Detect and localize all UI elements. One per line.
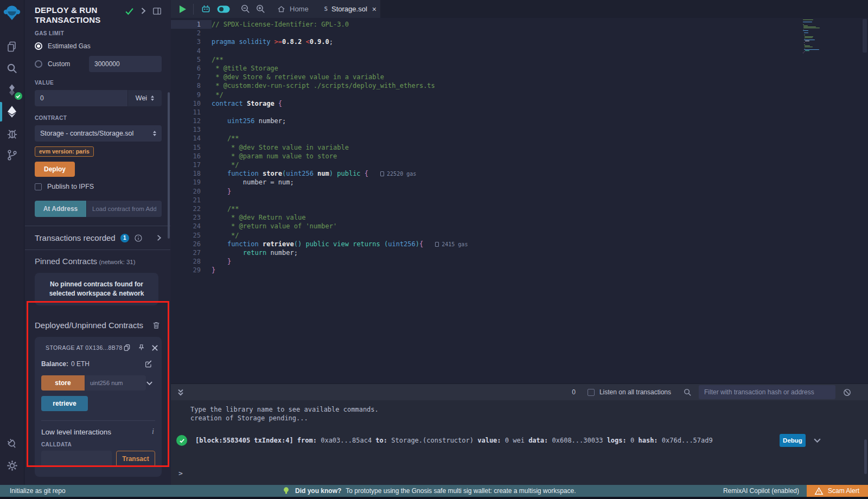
expand-args-icon[interactable] — [146, 381, 153, 386]
code-line[interactable]: * @dev Store & retrieve value in a varia… — [212, 73, 868, 81]
code-line[interactable]: } — [212, 257, 868, 266]
line-number: 18 — [171, 169, 212, 178]
line-number: 4 — [171, 47, 212, 55]
code-line[interactable]: */ — [212, 91, 868, 99]
code-line[interactable]: * @dev Store value in variable — [212, 143, 868, 152]
custom-gas-radio[interactable] — [35, 60, 42, 68]
debug-button[interactable]: Debug — [780, 434, 806, 447]
estimated-gas-option-label: Estimated Gas — [48, 42, 91, 50]
estimated-gas-option[interactable]: Estimated Gas — [35, 41, 162, 52]
code-line[interactable]: } — [212, 187, 868, 196]
scam-alert-button[interactable]: Scam Alert — [807, 485, 868, 497]
trash-icon[interactable] — [152, 321, 161, 330]
transaction-log-row[interactable]: [block:5583405 txIndex:4] from: 0xa03...… — [171, 434, 868, 447]
custom-gas-input[interactable] — [89, 56, 162, 72]
listen-all-checkbox[interactable] — [588, 389, 595, 396]
publish-ipfs-checkbox[interactable] — [35, 183, 42, 190]
sidebar-item-plugin-manager[interactable] — [0, 433, 24, 455]
code-line[interactable] — [212, 47, 868, 55]
expand-terminal-icon[interactable] — [176, 388, 185, 397]
code-line[interactable]: pragma solidity >=0.8.2 <0.9.0; — [212, 37, 868, 46]
code-line[interactable]: uint256 number; — [212, 117, 868, 125]
copilot-status[interactable]: RemixAI Copilot (enabled) — [723, 487, 799, 495]
terminal-toolbar: 0 Listen on all transactions — [171, 384, 868, 400]
code-line[interactable] — [212, 125, 868, 134]
low-level-info-icon[interactable]: i — [152, 427, 155, 436]
code-line[interactable]: */ — [212, 161, 868, 169]
estimated-gas-radio[interactable] — [35, 42, 42, 50]
balance-value: 0 ETH — [71, 360, 90, 368]
code-line[interactable]: /** — [212, 134, 868, 143]
tx-expand-icon[interactable] — [813, 438, 821, 443]
line-number: 10 — [171, 99, 212, 108]
code-line[interactable]: } — [212, 266, 868, 274]
code-line[interactable] — [212, 29, 868, 37]
at-address-button[interactable]: At Address — [35, 201, 86, 217]
edit-icon[interactable] — [144, 360, 153, 368]
editor-scrollbar[interactable] — [863, 19, 867, 53]
copy-icon[interactable] — [123, 343, 131, 352]
code-line[interactable]: function store(uint256 num) public {2252… — [212, 169, 868, 178]
transactions-recorded-row[interactable]: Transactions recorded 1 — [25, 226, 170, 250]
sidebar-item-file-explorer[interactable] — [0, 36, 24, 57]
deploy-button[interactable]: Deploy — [35, 162, 75, 177]
store-function-button[interactable]: store — [41, 375, 85, 391]
code-line[interactable]: function retrieve() public view returns … — [212, 240, 868, 248]
sidebar-item-deploy-run[interactable] — [0, 101, 24, 123]
sidebar-item-solidity-compiler[interactable] — [0, 79, 24, 101]
pin-icon[interactable] — [137, 343, 145, 352]
value-input[interactable] — [35, 90, 127, 106]
code-line[interactable]: * @return value of 'number' — [212, 222, 868, 231]
calldata-input[interactable] — [41, 451, 112, 467]
tab-close-icon[interactable]: × — [372, 5, 376, 14]
sidebar-item-git[interactable] — [0, 144, 24, 166]
code-line[interactable]: */ — [212, 231, 868, 240]
code-line[interactable]: * @custom:dev-run-script ./scripts/deplo… — [212, 81, 868, 90]
ai-copilot-robot-icon[interactable] — [200, 3, 212, 15]
clear-console-icon[interactable] — [843, 388, 852, 397]
code-line[interactable] — [212, 196, 868, 204]
minimap-line — [804, 42, 805, 43]
code-line[interactable]: * @param num value to store — [212, 152, 868, 161]
terminal-prompt[interactable]: > — [178, 469, 183, 477]
tab-storage-sol[interactable]: S Storage.sol × — [321, 0, 380, 18]
sidebar-item-settings[interactable] — [0, 455, 24, 476]
code-line[interactable]: * @dev Return value — [212, 213, 868, 222]
run-script-play-button[interactable] — [180, 5, 186, 13]
code-line[interactable]: // SPDX-License-Identifier: GPL-3.0 — [212, 20, 868, 29]
info-icon[interactable] — [134, 234, 143, 242]
editor-minimap[interactable] — [803, 20, 833, 54]
store-args-input[interactable] — [85, 375, 146, 391]
code-line[interactable]: number = num; — [212, 178, 868, 187]
panel-forward-icon[interactable] — [140, 7, 146, 15]
value-unit-select[interactable]: Wei — [128, 90, 162, 106]
terminal-output[interactable]: Type the library name to see available c… — [171, 400, 868, 486]
transaction-filter-input[interactable] — [699, 385, 835, 399]
code-line[interactable]: /** — [212, 204, 868, 213]
zoom-out-icon[interactable] — [240, 4, 251, 14]
chevron-right-icon[interactable] — [156, 234, 162, 241]
code-line[interactable]: * @title Storage — [212, 64, 868, 73]
retrieve-function-button[interactable]: retrieve — [41, 396, 88, 411]
code-line[interactable]: contract Storage { — [212, 99, 868, 108]
code-line[interactable]: /** — [212, 55, 868, 64]
close-icon[interactable] — [151, 344, 158, 351]
code-line[interactable] — [212, 108, 868, 117]
at-address-input[interactable] — [87, 201, 162, 217]
transact-button[interactable]: Transact — [116, 451, 155, 467]
sidebar-item-search[interactable] — [0, 57, 24, 79]
code-lines[interactable]: // SPDX-License-Identifier: GPL-3.0pragm… — [212, 20, 868, 383]
panel-scrollbar[interactable] — [168, 92, 170, 239]
copilot-toggle[interactable] — [216, 4, 231, 14]
gas-estimate-annotation: 2415 gas — [435, 241, 468, 247]
terminal-scrollbar[interactable] — [864, 439, 867, 474]
remix-logo-icon[interactable] — [3, 4, 21, 24]
git-init-status[interactable]: Initialize as git repo — [10, 487, 66, 495]
bottom-strip — [0, 497, 868, 499]
sidebar-item-debugger[interactable] — [0, 123, 24, 144]
zoom-in-icon[interactable] — [256, 4, 266, 14]
home-tab-button[interactable]: Home — [277, 5, 309, 14]
pin-panel-icon[interactable] — [152, 7, 162, 15]
code-line[interactable]: return number; — [212, 248, 868, 257]
contract-select[interactable]: Storage - contracts/Storage.sol — [35, 125, 162, 142]
